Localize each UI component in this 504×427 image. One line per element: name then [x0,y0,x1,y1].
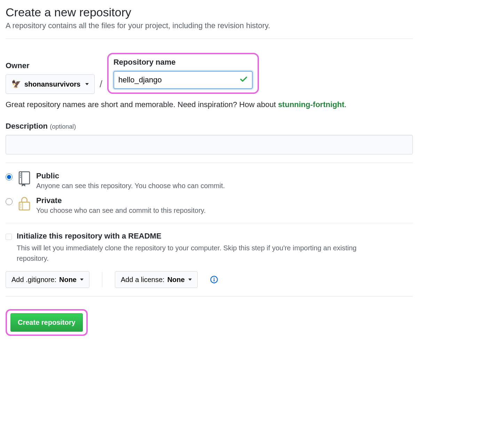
create-repository-button[interactable]: Create repository [10,313,83,332]
svg-rect-4 [20,177,21,178]
divider [6,163,413,163]
svg-rect-2 [20,174,21,175]
visibility-public-radio[interactable] [6,174,13,180]
visibility-private-title: Private [36,196,206,205]
visibility-private-radio[interactable] [6,198,13,205]
svg-rect-9 [22,202,23,210]
visibility-private-desc: You choose who can see and commit to thi… [36,207,206,215]
hint-suffix: . [344,100,346,109]
check-icon [239,75,248,85]
gitignore-select-button[interactable]: Add .gitignore: None [6,271,89,288]
svg-rect-12 [213,279,214,282]
gitignore-value: None [59,276,77,284]
svg-rect-7 [21,206,22,207]
hint-prefix: Great repository names are short and mem… [6,100,278,109]
repo-icon [17,171,31,188]
caret-down-icon [85,83,89,85]
visibility-public-desc: Anyone can see this repository. You choo… [36,182,225,190]
license-select-button[interactable]: Add a license: None [115,271,198,288]
repo-name-input[interactable] [115,73,239,87]
name-hint: Great repository names are short and mem… [6,100,413,109]
lock-icon [17,195,31,213]
description-input[interactable] [6,135,413,154]
readme-title: Initialize this repository with a README [17,232,379,241]
owner-username: shonansurvivors [24,80,80,88]
divider [6,296,413,297]
license-value: None [167,276,185,284]
hint-suggestion[interactable]: stunning-fortnight [278,100,345,109]
svg-point-11 [213,277,214,279]
svg-rect-8 [21,207,22,208]
info-icon[interactable] [210,276,218,283]
description-label: Description (optional) [6,122,413,131]
readme-desc: This will let you immediately clone the … [17,243,379,264]
license-prefix: Add a license: [121,276,165,284]
gitignore-prefix: Add .gitignore: [11,276,56,284]
page-title: Create a new repository [6,6,413,19]
caret-down-icon [188,279,192,281]
owner-label: Owner [6,61,95,70]
optional-tag: (optional) [50,123,76,130]
svg-rect-1 [21,172,22,184]
create-button-highlight: Create repository [6,309,88,336]
readme-checkbox[interactable] [6,234,12,240]
divider [6,223,413,223]
divider [6,39,413,39]
svg-rect-6 [21,204,22,205]
repo-name-highlight: Repository name [107,53,259,94]
vertical-divider [102,272,102,287]
owner-select-button[interactable]: 🦅 shonansurvivors [6,74,95,94]
owner-avatar-icon: 🦅 [11,80,21,89]
repo-name-label: Repository name [113,58,253,67]
visibility-public-title: Public [36,171,225,180]
svg-rect-3 [20,175,21,176]
caret-down-icon [80,279,84,281]
path-slash: / [99,79,103,94]
page-subtitle: A repository contains all the files for … [6,21,413,30]
